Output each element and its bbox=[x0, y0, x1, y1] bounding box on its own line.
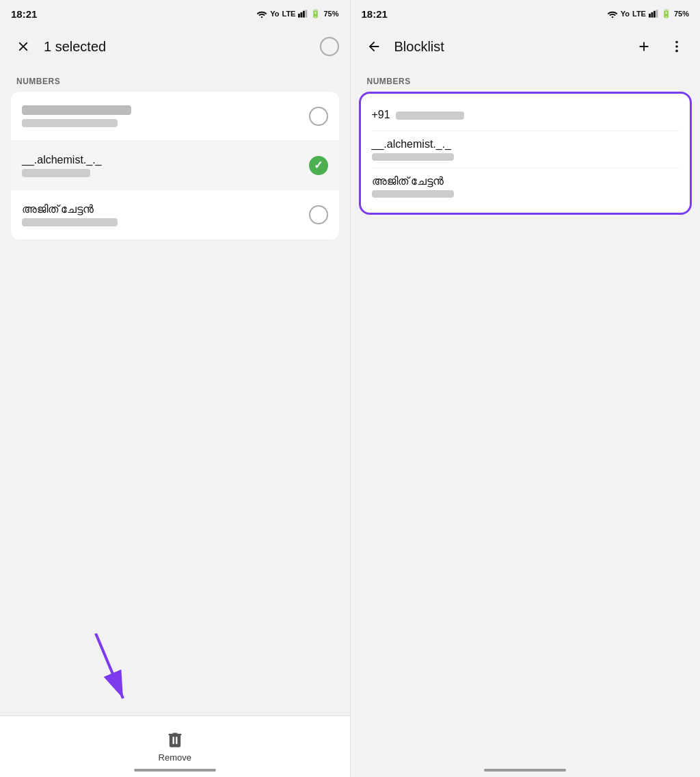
left-time: 18:21 bbox=[11, 8, 37, 20]
svg-rect-8 bbox=[649, 14, 651, 18]
battery-percent-left: 75% bbox=[323, 10, 338, 18]
contact-info-3: അജിത് ചേട്ടൻ bbox=[22, 203, 309, 226]
right-section-label: NUMBERS bbox=[351, 66, 701, 92]
contacts-card: __.alchemist._._ അജിത് ചേട്ടൻ bbox=[11, 92, 339, 239]
select-all-circle[interactable] bbox=[320, 37, 339, 56]
svg-rect-10 bbox=[654, 11, 656, 18]
right-home-indicator bbox=[484, 769, 566, 772]
back-button[interactable] bbox=[362, 34, 386, 59]
back-arrow-icon bbox=[366, 39, 381, 54]
arrow-annotation bbox=[41, 633, 178, 715]
right-battery-icon: 🔋 bbox=[661, 9, 671, 18]
close-button[interactable] bbox=[11, 34, 36, 59]
contact-radio-2[interactable] bbox=[309, 156, 328, 175]
contact-name-3: അജിത് ചേട്ടൻ bbox=[22, 203, 309, 215]
svg-point-0 bbox=[261, 16, 263, 18]
right-status-bar: 18:21 Yo LTE 🔋 75% bbox=[351, 0, 701, 27]
left-home-indicator bbox=[134, 769, 216, 772]
contact-item-1[interactable] bbox=[11, 92, 339, 141]
svg-rect-4 bbox=[306, 10, 308, 17]
battery-icon: 🔋 bbox=[310, 9, 321, 18]
blocklist-name-1: +91 bbox=[372, 109, 679, 121]
more-vert-icon bbox=[669, 39, 684, 54]
blocklist-highlight-box: +91 __.alchemist._._ അജിത് ചേട്ടൻ bbox=[359, 92, 692, 215]
contact-item-2[interactable]: __.alchemist._._ bbox=[11, 141, 339, 190]
blocklist-name-2: __.alchemist._._ bbox=[372, 138, 679, 150]
blocklist-item-1[interactable]: +91 bbox=[372, 102, 679, 131]
contact-phone-1 bbox=[22, 119, 118, 127]
more-options-button[interactable] bbox=[664, 34, 689, 59]
signal-text: Yo bbox=[270, 10, 279, 18]
battery-percent-right: 75% bbox=[674, 10, 689, 18]
contact-name-blurred-1 bbox=[22, 105, 131, 115]
blocklist-phone-3 bbox=[372, 190, 454, 198]
lte-text: LTE bbox=[282, 10, 296, 18]
bottom-bar: Remove bbox=[0, 715, 350, 777]
right-app-bar: Blocklist bbox=[351, 27, 701, 66]
svg-point-13 bbox=[675, 45, 678, 48]
add-button[interactable] bbox=[632, 34, 656, 59]
left-app-bar: 1 selected bbox=[0, 27, 350, 66]
blocklist-title: Blocklist bbox=[394, 39, 624, 55]
contact-info-1 bbox=[22, 105, 309, 127]
svg-rect-3 bbox=[303, 11, 305, 18]
right-lte-text: LTE bbox=[632, 10, 646, 18]
arrow-svg bbox=[41, 633, 178, 715]
left-phone-panel: 18:21 Yo LTE 🔋 75% bbox=[0, 0, 350, 777]
blocklist-name-3: അജിത് ചേട്ടൻ bbox=[372, 175, 679, 187]
blocklist-item-2[interactable]: __.alchemist._._ bbox=[372, 131, 679, 168]
svg-rect-11 bbox=[656, 10, 658, 17]
contact-info-2: __.alchemist._._ bbox=[22, 154, 309, 177]
signal-bars-icon bbox=[298, 10, 308, 18]
svg-point-7 bbox=[611, 16, 613, 18]
svg-line-6 bbox=[96, 633, 123, 698]
trash-icon[interactable] bbox=[165, 730, 185, 750]
contact-phone-2 bbox=[22, 169, 90, 177]
blocklist-item-3[interactable]: അജിത് ചേട്ടൻ bbox=[372, 168, 679, 205]
right-signal-text: Yo bbox=[621, 10, 630, 18]
phone-prefix-1: +91 bbox=[372, 109, 390, 120]
right-phone-panel: 18:21 Yo LTE 🔋 75% Blocklis bbox=[351, 0, 701, 777]
contact-radio-1[interactable] bbox=[309, 107, 328, 126]
svg-point-14 bbox=[675, 50, 678, 53]
svg-rect-9 bbox=[651, 12, 653, 18]
wifi-icon bbox=[256, 10, 267, 18]
contact-phone-3 bbox=[22, 218, 118, 226]
add-icon bbox=[636, 39, 651, 54]
svg-point-12 bbox=[675, 41, 678, 44]
contact-item-3[interactable]: അജിത് ചേട്ടൻ bbox=[11, 190, 339, 239]
phone-blurred-1 bbox=[396, 111, 464, 120]
close-icon bbox=[16, 39, 31, 54]
remove-label: Remove bbox=[159, 752, 191, 763]
left-status-icons: Yo LTE 🔋 75% bbox=[256, 9, 338, 18]
svg-rect-2 bbox=[301, 12, 303, 18]
svg-rect-1 bbox=[298, 14, 300, 18]
contact-name-2: __.alchemist._._ bbox=[22, 154, 309, 166]
contact-radio-3[interactable] bbox=[309, 205, 328, 224]
right-status-icons: Yo LTE 🔋 75% bbox=[607, 9, 689, 18]
right-time: 18:21 bbox=[362, 8, 388, 20]
left-status-bar: 18:21 Yo LTE 🔋 75% bbox=[0, 0, 350, 27]
blocklist-phone-2 bbox=[372, 153, 454, 161]
right-signal-bars-icon bbox=[649, 10, 658, 18]
right-wifi-icon bbox=[607, 10, 618, 18]
selected-count-title: 1 selected bbox=[44, 39, 312, 55]
left-section-label: NUMBERS bbox=[0, 66, 350, 92]
